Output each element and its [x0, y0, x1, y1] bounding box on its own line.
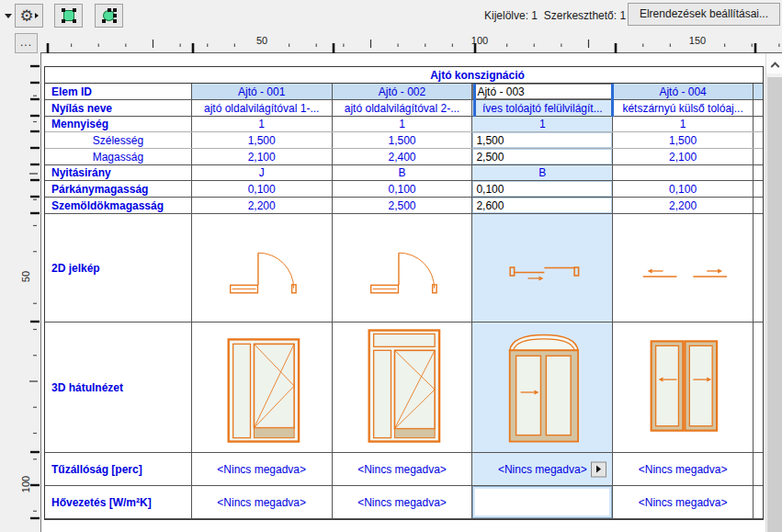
chevron-up-icon [770, 62, 779, 71]
cell-qty-1[interactable]: 1 [192, 117, 333, 131]
door-with-sidelight-icon [192, 323, 332, 452]
cell-opening-3[interactable]: B [472, 165, 613, 180]
dropdown-button[interactable] [591, 461, 606, 477]
table-row: Párkánymagasság 0,100 0,100 0,100 0,100 [45, 181, 763, 198]
cell-qty-2[interactable]: 1 [333, 117, 473, 131]
cell-2d-4[interactable] [613, 214, 754, 322]
scrollbar-thumb[interactable] [767, 77, 782, 532]
cell-uvalue-2[interactable]: <Nincs megadva> [333, 486, 473, 518]
cell-width-4[interactable]: 1,500 [613, 132, 754, 148]
cell-elemid-2[interactable]: Ajtó - 002 [333, 84, 473, 99]
cell-width-2[interactable]: 1,500 [333, 132, 473, 148]
table-row: Szemöldökmagasság 2,200 2,500 2,600 2,20… [45, 198, 763, 214]
row-label[interactable]: Párkánymagasság [45, 181, 192, 197]
cell-sill-3-editbox[interactable]: 0,100 [472, 181, 613, 197]
cell-name-3[interactable]: íves tolóajtó felülvilágít... [472, 100, 613, 116]
cell-3d-1[interactable] [192, 323, 333, 452]
panel-flyout-caret-icon[interactable] [5, 14, 12, 18]
row-label[interactable]: Mennyiség [45, 117, 192, 131]
table-row: Tűzállóság [perc] <Nincs megadva> <Nincs… [45, 453, 763, 486]
cell-fire-4[interactable]: <Nincs megadva> [613, 453, 754, 485]
ruler-label: 50 [256, 35, 267, 46]
cell-partial [754, 165, 763, 180]
settings-button[interactable]: ⚙ [15, 4, 43, 28]
cell-fire-1[interactable]: <Nincs megadva> [192, 453, 333, 485]
cell-partial [754, 84, 763, 99]
cell-qty-4[interactable]: 1 [613, 117, 754, 131]
ruler-label: 50 [20, 266, 31, 287]
row-label[interactable]: Nyílás neve [45, 100, 192, 116]
row-label[interactable]: Magasság [45, 149, 192, 164]
cell-2d-3[interactable] [472, 214, 613, 322]
cell-sill-2[interactable]: 0,100 [333, 181, 473, 197]
vertical-scrollbar[interactable] [765, 53, 782, 532]
cell-fire-3[interactable]: <Nincs megadva> [472, 453, 613, 485]
cell-header-3-editbox[interactable]: 2,600 [472, 198, 613, 213]
row-label[interactable]: Hővezetés [W/m²K] [45, 486, 192, 518]
3d-selection-icon [102, 8, 117, 23]
row-label[interactable]: 2D jelkép [45, 214, 192, 322]
double-sliding-door-plan-icon [613, 214, 753, 322]
gear-flyout-caret-icon [35, 13, 39, 18]
cell-uvalue-4[interactable]: <Nincs megadva> [613, 486, 754, 518]
cell-2d-1[interactable] [192, 214, 333, 322]
selection-status: Kijelölve: 1 Szerkeszthető: 1 [484, 9, 626, 22]
door-schedule-table: Ajtó konszignáció Elem ID Ajtó - 001 Ajt… [44, 66, 764, 520]
select-3d-button[interactable] [95, 4, 123, 28]
2d-selection-icon [62, 8, 76, 23]
cell-elemid-3-editbox[interactable]: Ajtó - 003 [472, 84, 613, 99]
cell-height-1[interactable]: 2,100 [192, 149, 333, 164]
cell-name-4[interactable]: kétszárnyú külső tolóaj... [613, 100, 754, 116]
cell-partial [754, 149, 763, 164]
cell-header-1[interactable]: 2,200 [192, 198, 333, 213]
cell-partial [754, 198, 763, 213]
row-label[interactable]: Nyitásirány [45, 165, 192, 180]
cell-elemid-1[interactable]: Ajtó - 001 [192, 84, 333, 99]
row-label[interactable]: Szemöldökmagasság [45, 198, 192, 213]
cell-sill-1[interactable]: 0,100 [192, 181, 333, 197]
select-2d-button[interactable] [54, 4, 83, 28]
cell-partial [754, 453, 763, 485]
cell-header-4[interactable]: 2,200 [613, 198, 754, 213]
cell-partial [754, 181, 763, 197]
cell-qty-3[interactable]: 1 [472, 117, 613, 131]
cell-3d-4[interactable] [613, 323, 754, 452]
cell-width-1[interactable]: 1,500 [192, 132, 333, 148]
door-with-sidelight-and-transom-icon [333, 323, 472, 452]
arched-double-door-icon [472, 323, 612, 452]
cell-2d-2[interactable] [333, 214, 473, 322]
cell-partial [754, 100, 763, 116]
cell-uvalue-3-editbox[interactable] [472, 486, 613, 518]
vertical-ruler-ticks [15, 53, 40, 532]
scroll-up-button[interactable] [766, 53, 782, 74]
cell-3d-3[interactable] [472, 323, 613, 452]
cell-opening-1[interactable]: J [192, 165, 333, 180]
cell-opening-4[interactable] [613, 165, 754, 180]
ruler-options-button[interactable]: ... [15, 33, 38, 53]
cell-width-3-editbox[interactable]: 1,500 [472, 132, 613, 148]
cell-opening-2[interactable]: B [333, 165, 473, 180]
ruler-label: 100 [20, 474, 31, 494]
layout-settings-button[interactable]: Elrendezések beállításai... [628, 3, 780, 26]
cell-height-3-editbox[interactable]: 2,500 [472, 149, 613, 164]
row-label[interactable]: Tűzállóság [perc] [45, 453, 192, 485]
row-label[interactable]: 3D hátulnézet [45, 323, 192, 452]
row-label[interactable]: Elem ID [45, 84, 192, 99]
cell-height-2[interactable]: 2,400 [333, 149, 473, 164]
dropdown-arrow-icon [596, 466, 601, 473]
cell-name-2[interactable]: ajtó oldalvilágítóval 2-... [333, 100, 473, 116]
cell-uvalue-1[interactable]: <Nincs megadva> [192, 486, 333, 518]
cell-sill-4[interactable]: 0,100 [613, 181, 754, 197]
table-row: Elem ID Ajtó - 001 Ajtó - 002 Ajtó - 003… [45, 84, 763, 100]
table-title-row: Ajtó konszignáció [45, 67, 763, 84]
ruler-label: 150 [689, 35, 706, 46]
cell-header-2[interactable]: 2,500 [333, 198, 473, 213]
cell-height-4[interactable]: 2,100 [613, 149, 754, 164]
cell-name-1[interactable]: ajtó oldalvilágítóval 1-... [192, 100, 333, 116]
swing-door-plan-icon [192, 214, 332, 322]
row-label[interactable]: Szélesség [45, 132, 192, 148]
cell-3d-2[interactable] [333, 323, 473, 452]
cell-elemid-4[interactable]: Ajtó - 004 [613, 84, 754, 99]
cell-partial [754, 323, 763, 452]
cell-fire-2[interactable]: <Nincs megadva> [333, 453, 473, 485]
